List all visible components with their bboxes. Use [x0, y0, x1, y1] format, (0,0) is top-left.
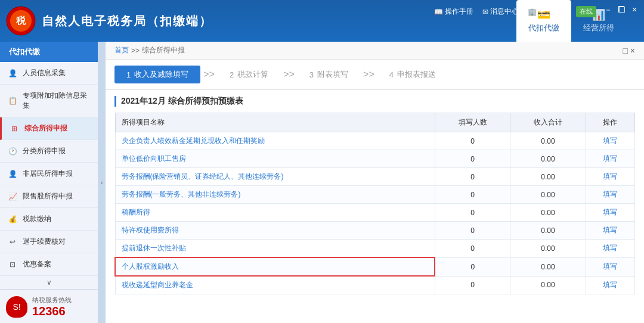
comprehensive-label: 综合所得申报	[24, 123, 67, 133]
restore-button[interactable]: ⧠	[617, 5, 626, 15]
manual-label: 操作手册	[445, 7, 473, 17]
breadcrumb-sep: >>	[131, 46, 140, 55]
table-row: 税收递延型商业养老金00.00填写	[115, 276, 635, 294]
fill-action-link[interactable]: 填写	[603, 244, 617, 252]
fill-count: 0	[435, 150, 510, 168]
fill-count: 0	[435, 240, 510, 258]
income-amount: 0.00	[510, 132, 586, 150]
sidebar-header-label: 代扣代缴	[9, 46, 40, 57]
income-amount: 0.00	[510, 222, 586, 240]
income-name-link[interactable]: 个人股权激励收入	[122, 262, 179, 271]
income-amount: 0.00	[510, 204, 586, 222]
income-name-link[interactable]: 稿酬所得	[122, 208, 150, 216]
unit-label: 单位管理	[538, 7, 567, 17]
header-actions: 📖 操作手册 ✉ 消息中心 🏢 单位管理 在线	[434, 6, 596, 17]
personnel-label: 人员信息采集	[23, 68, 66, 78]
step-3-num: 3	[309, 70, 314, 79]
sidebar-item-classified[interactable]: 🕐 分类所得申报	[0, 140, 98, 163]
income-name-link[interactable]: 特许权使用费所得	[122, 226, 179, 234]
sidebar-item-nonresident[interactable]: 👤 非居民所得申报	[0, 163, 98, 185]
income-name-link[interactable]: 税收递延型商业养老金	[122, 281, 193, 289]
manual-icon: 📖	[434, 8, 443, 16]
content-close-button[interactable]: □ ×	[623, 46, 635, 55]
minimize-button[interactable]: －	[603, 5, 613, 15]
col-header-amount: 收入合计	[510, 113, 586, 132]
fill-action-link[interactable]: 填写	[603, 172, 617, 181]
shield-icon: S!	[6, 296, 27, 318]
sidebar-expand-btn[interactable]: ∨	[0, 276, 98, 289]
sidebar-item-refund[interactable]: ↩ 退手续费核对	[0, 231, 98, 253]
sidebar-item-restricted[interactable]: 📈 限售股所得申报	[0, 185, 98, 208]
income-name-link[interactable]: 提前退休一次性补贴	[122, 244, 186, 252]
income-name-link[interactable]: 央企负责人绩效薪金延期兑现收入和任期奖励	[122, 136, 265, 145]
col-header-name: 所得项目名称	[115, 113, 435, 132]
table-row: 单位低价向职工售房00.00填写	[115, 150, 635, 168]
unit-action[interactable]: 🏢 单位管理	[528, 7, 567, 17]
classified-icon: 🕐	[7, 147, 18, 156]
step-2[interactable]: 2 税款计算	[218, 66, 280, 83]
sidebar-collapse-button[interactable]: ‹	[98, 42, 106, 323]
sidebar-item-comprehensive[interactable]: ⊞ 综合所得申报	[0, 117, 98, 140]
table-row: 稿酬所得00.00填写	[115, 204, 635, 222]
sidebar-header: 代扣代缴	[0, 42, 98, 62]
restricted-label: 限售股所得申报	[23, 191, 73, 201]
fill-action-link[interactable]: 填写	[603, 208, 617, 216]
fill-action-link[interactable]: 填写	[603, 262, 617, 271]
col-header-count: 填写人数	[435, 113, 510, 132]
income-name-link[interactable]: 劳务报酬(一般劳务、其他非连续劳务)	[122, 190, 241, 198]
income-amount: 0.00	[510, 186, 586, 204]
fill-count: 0	[435, 222, 510, 240]
fill-count: 0	[435, 204, 510, 222]
manual-action[interactable]: 📖 操作手册	[434, 7, 473, 17]
breadcrumb-current: 综合所得申报	[142, 45, 185, 55]
fill-count: 0	[435, 257, 510, 276]
online-action[interactable]: 在线	[576, 6, 596, 17]
table-row: 特许权使用费所得00.00填写	[115, 222, 635, 240]
income-name-link[interactable]: 单位低价向职工售房	[122, 154, 186, 163]
app-logo: 税	[6, 6, 36, 36]
step-4[interactable]: 4 申报表报送	[377, 66, 448, 83]
hotline-label: 纳税服务热线	[32, 296, 72, 305]
sidebar-item-tax[interactable]: 💰 税款缴纳	[0, 208, 98, 231]
tab-withholding-label: 代扣代缴	[528, 23, 559, 33]
fill-count: 0	[435, 132, 510, 150]
fill-action-link[interactable]: 填写	[603, 136, 617, 145]
sidebar-item-preference[interactable]: ⊡ 优惠备案	[0, 253, 98, 276]
income-amount: 0.00	[510, 257, 586, 276]
step-1[interactable]: 1 收入及减除填写	[114, 66, 200, 83]
breadcrumb-home[interactable]: 首页	[114, 45, 129, 55]
online-badge: 在线	[576, 6, 596, 17]
step-arrow-3: >>	[363, 69, 374, 80]
collapse-arrow-icon: ‹	[101, 179, 103, 186]
fill-action-link[interactable]: 填写	[603, 154, 617, 163]
deduction-label: 专项附加扣除信息采集	[23, 91, 91, 111]
sidebar-footer: S! 纳税服务热线 12366	[0, 289, 98, 323]
sidebar: 代扣代缴 👤 人员信息采集 📋 专项附加扣除信息采集 ⊞ 综合所得申报 🕐 分类…	[0, 42, 98, 323]
hotline-info: 纳税服务热线 12366	[32, 296, 72, 318]
table-section: 2021年12月 综合所得预扣预缴表 所得项目名称 填写人数 收入合计 操作 央…	[106, 90, 644, 323]
steps-bar: 1 收入及减除填写 >> 2 税款计算 >> 3 附表填写 >> 4 申报表报送	[106, 60, 644, 90]
fill-action-link[interactable]: 填写	[603, 226, 617, 234]
sidebar-item-deduction[interactable]: 📋 专项附加扣除信息采集	[0, 85, 98, 117]
step-3[interactable]: 3 附表填写	[298, 66, 360, 83]
close-button[interactable]: ×	[630, 5, 639, 15]
breadcrumb: 首页 >> 综合所得申报 □ ×	[106, 42, 644, 60]
sidebar-item-personnel[interactable]: 👤 人员信息采集	[0, 62, 98, 85]
income-amount: 0.00	[510, 150, 586, 168]
income-amount: 0.00	[510, 276, 586, 294]
classified-label: 分类所得申报	[23, 146, 66, 156]
hotline-number: 12366	[32, 305, 72, 318]
fill-action-link[interactable]: 填写	[603, 281, 617, 289]
nonresident-label: 非居民所得申报	[23, 169, 73, 179]
restricted-icon: 📈	[7, 192, 18, 201]
fill-action-link[interactable]: 填写	[603, 190, 617, 198]
message-action[interactable]: ✉ 消息中心	[482, 7, 519, 17]
step-3-label: 附表填写	[317, 69, 348, 80]
section-title: 2021年12月 综合所得预扣预缴表	[114, 96, 635, 107]
chevron-down-icon: ∨	[47, 278, 52, 287]
tab-business-label: 经营所得	[583, 23, 614, 33]
fill-count: 0	[435, 276, 510, 294]
table-row: 个人股权激励收入00.00填写	[115, 257, 635, 276]
income-name-link[interactable]: 劳务报酬(保险营销员、证券经纪人、其他连续劳务)	[122, 172, 284, 181]
nonresident-icon: 👤	[7, 170, 18, 178]
